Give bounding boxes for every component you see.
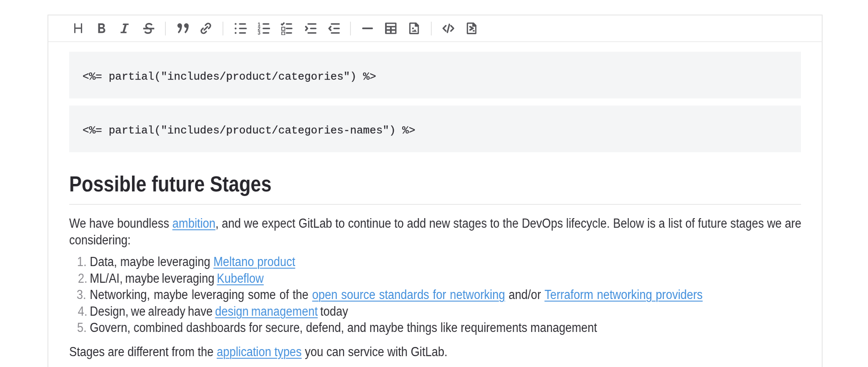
svg-text:3: 3: [258, 30, 260, 35]
